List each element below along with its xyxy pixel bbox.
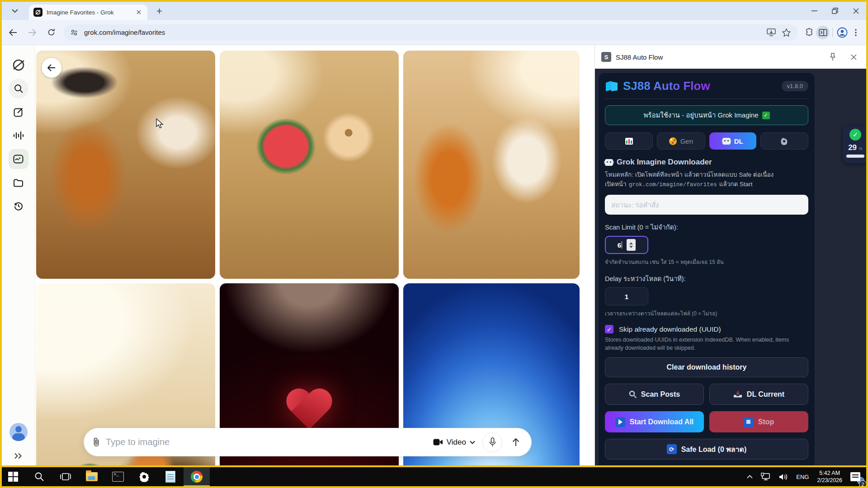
back-button[interactable]: [5, 25, 21, 40]
status-input[interactable]: [605, 195, 808, 215]
overlay-widget-value: 29: [848, 143, 857, 152]
omnibox[interactable]: grok.com/imagine/favorites: [63, 24, 798, 41]
notification-count-badge: 2: [859, 480, 867, 488]
stop-button[interactable]: Stop: [709, 411, 808, 432]
action-center-button[interactable]: 2: [847, 467, 863, 486]
palette-icon: [669, 137, 677, 145]
tab-stats[interactable]: [605, 132, 653, 150]
start-download-all-button[interactable]: Start Download All: [605, 411, 704, 432]
pin-icon[interactable]: [826, 51, 839, 63]
scan-limit-input[interactable]: 6: [605, 236, 648, 254]
video-mode-dropdown[interactable]: Video: [433, 438, 475, 447]
attach-paperclip-icon[interactable]: [92, 437, 100, 447]
chrome-icon: [191, 471, 203, 483]
toolbar-separator: [832, 28, 833, 37]
delay-label: Delay ระหว่างโหลด (วินาที):: [605, 273, 808, 284]
sidebar-item-imagine[interactable]: [9, 149, 28, 169]
sidebar-item-search[interactable]: [9, 79, 28, 99]
mouse-cursor: [156, 118, 165, 129]
system-tray: ENG 5:42 AM 2/23/2026 2: [744, 467, 868, 486]
grid-back-button[interactable]: [42, 58, 61, 78]
start-button[interactable]: [0, 467, 26, 486]
favorite-video-tile-2[interactable]: [220, 51, 399, 279]
microphone-button[interactable]: [482, 432, 502, 452]
grok-logo-icon[interactable]: [9, 55, 28, 75]
close-window-button[interactable]: [845, 2, 866, 20]
sidebar-item-history[interactable]: [9, 196, 28, 216]
network-icon[interactable]: [758, 467, 774, 486]
overlay-progress-widget[interactable]: ✓ 29 %: [843, 126, 868, 163]
browser-tab[interactable]: Imagine Favorites - Grok: [29, 5, 147, 20]
side-panel-title: SJ88 Auto Flow: [616, 53, 663, 61]
delay-value: 1: [625, 293, 628, 300]
url-text[interactable]: grok.com/imagine/favorites: [84, 28, 767, 36]
extensions-puzzle-icon[interactable]: [802, 26, 816, 39]
safe-load-button[interactable]: ⟳ Safe Load (0 พลาด): [605, 439, 808, 460]
status-banner-text: พร้อมใช้งาน - อยู่บนหน้า Grok Imagine: [643, 110, 758, 121]
volume-icon[interactable]: [776, 467, 791, 486]
expand-sidebar-chevrons[interactable]: [14, 453, 23, 459]
tab-close-icon[interactable]: [135, 8, 143, 16]
scan-posts-button[interactable]: Scan Posts: [605, 384, 704, 405]
start-stop-row: Start Download All Stop: [605, 411, 808, 432]
number-spinner[interactable]: [627, 239, 636, 251]
restore-button[interactable]: [825, 2, 845, 20]
inbox-tray-icon: [733, 390, 742, 398]
spinner-up-icon[interactable]: [629, 242, 633, 244]
file-explorer-button[interactable]: [79, 467, 105, 486]
side-panel-toggle[interactable]: [816, 26, 830, 39]
green-check-icon: ✓: [762, 112, 770, 119]
clear-history-button[interactable]: Clear download history: [605, 357, 808, 377]
favorite-video-tile-3[interactable]: [403, 51, 580, 279]
chrome-taskbar-button[interactable]: [184, 467, 210, 486]
tray-chevron-up[interactable]: [744, 467, 756, 486]
tab-title: Imagine Favorites - Grok: [47, 9, 135, 16]
bookmark-star-icon[interactable]: [782, 28, 791, 37]
start-download-all-label: Start Download All: [630, 418, 694, 426]
notepad-button[interactable]: [157, 467, 184, 486]
profile-avatar[interactable]: [835, 26, 849, 39]
terminal-button[interactable]: >_: [105, 467, 131, 486]
video-mode-label: Video: [447, 438, 466, 447]
sidebar-item-compose[interactable]: [9, 102, 28, 122]
user-avatar[interactable]: [9, 423, 28, 441]
install-app-icon[interactable]: [767, 28, 776, 36]
safe-load-label: Safe Load (0 พลาด): [681, 444, 747, 455]
extension-card: SJ88 Auto Flow v1.8.0 พร้อมใช้งาน - อยู่…: [598, 72, 815, 465]
tab-settings[interactable]: [760, 132, 808, 150]
browser-menu-kebab[interactable]: [849, 26, 863, 39]
favorite-video-tile-1[interactable]: [36, 51, 215, 279]
taskbar-search-button[interactable]: [26, 467, 52, 486]
tab-dl[interactable]: DL: [709, 132, 756, 150]
settings-button[interactable]: [131, 467, 157, 486]
terminal-icon: >_: [112, 472, 124, 482]
minimize-button[interactable]: [804, 2, 825, 20]
delay-hint: เวลารอระหว่างดาวน์โหลดแต่ละไฟล์ (0 = ไม่…: [605, 309, 808, 318]
browser-toolbar: grok.com/imagine/favorites: [2, 20, 866, 45]
close-panel-icon[interactable]: [847, 51, 860, 63]
taskbar-clock[interactable]: 5:42 AM 2/23/2026: [814, 467, 845, 486]
submit-arrow-button[interactable]: [507, 433, 525, 451]
circular-arrows-icon: ⟳: [667, 444, 677, 454]
prompt-input[interactable]: [106, 437, 433, 447]
delay-input[interactable]: 1: [605, 287, 648, 305]
sidebar-item-files[interactable]: [9, 173, 28, 192]
forward-button[interactable]: [24, 25, 40, 40]
window-controls: [804, 2, 866, 20]
sidebar-item-voice[interactable]: [9, 126, 28, 145]
dl-current-button[interactable]: DL Current: [709, 384, 808, 405]
tab-gen[interactable]: Gen: [657, 132, 705, 150]
site-info-icon[interactable]: [68, 26, 80, 39]
language-indicator[interactable]: ENG: [793, 467, 812, 486]
reload-button[interactable]: [43, 25, 59, 40]
tab-dl-label: DL: [734, 137, 743, 145]
instructions: โหมดหลัก: เปิดโพสต์ทีละหน้า แล้วดาวน์โหล…: [605, 170, 808, 189]
new-tab-button[interactable]: [153, 5, 165, 17]
spinner-down-icon[interactable]: [629, 246, 633, 248]
shield-check-icon: ✓: [849, 129, 861, 141]
chevron-down-icon: [470, 441, 475, 444]
tab-search-button[interactable]: [8, 4, 22, 18]
video-camera-icon: [433, 439, 443, 446]
checkbox-checked[interactable]: ✓: [605, 325, 613, 333]
task-view-button[interactable]: [52, 467, 79, 486]
